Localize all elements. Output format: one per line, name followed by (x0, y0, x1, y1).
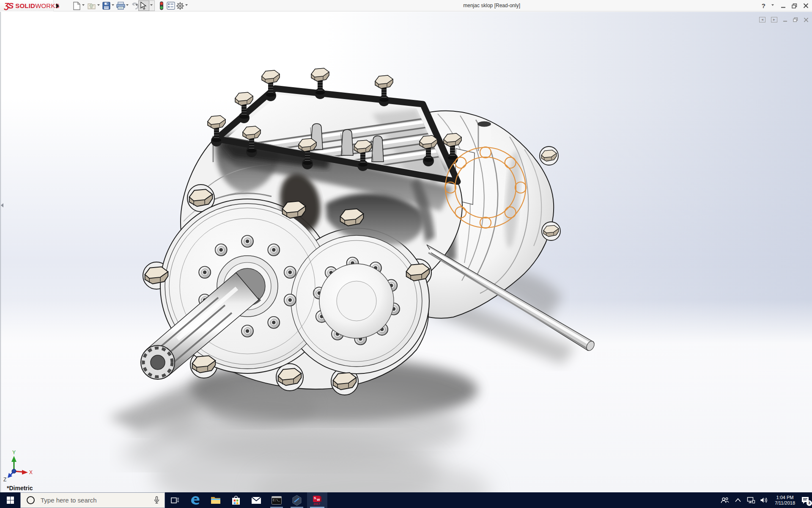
hexbolt2 (283, 201, 306, 218)
traffic-light-icon[interactable] (156, 1, 166, 11)
taskbar-store[interactable] (226, 492, 246, 508)
notification-badge: 3 (807, 500, 812, 506)
toolbar-flyout-arrow[interactable] (54, 1, 61, 11)
print-icon[interactable] (116, 1, 126, 11)
microphone-icon[interactable] (154, 496, 159, 504)
clock-date: 7/11/2018 (775, 500, 795, 506)
hexbolt2 (406, 264, 430, 281)
gearbox-3d-model[interactable]: Y X Z (0, 12, 812, 492)
system-tray: 1:04 PM 7/11/2018 3 (720, 492, 812, 508)
svg-text:S: S (314, 496, 316, 500)
right-dome[interactable] (319, 264, 394, 338)
open-dropdown[interactable] (97, 4, 101, 8)
new-document-dropdown[interactable] (82, 4, 85, 8)
select-tool-dropdown[interactable] (149, 0, 155, 11)
help-dropdown[interactable] (771, 4, 775, 8)
taskbar-command-prompt[interactable]: C:\_ (266, 492, 287, 508)
hexbolt2 (543, 225, 559, 236)
screw (199, 266, 211, 278)
network-icon[interactable] (746, 497, 756, 503)
triad-z-label: Z (3, 477, 6, 483)
taskbar-file-explorer[interactable] (206, 492, 226, 508)
search-input[interactable]: Type here to search (20, 492, 165, 508)
screw (241, 325, 253, 337)
restore-button[interactable] (792, 3, 797, 8)
hexbolt2 (340, 209, 364, 226)
options-list-icon[interactable] (166, 1, 176, 11)
taskbar-mail[interactable] (246, 492, 266, 508)
help-icon[interactable]: ? (762, 2, 765, 9)
cortana-icon (27, 496, 35, 504)
screw (241, 235, 253, 247)
select-tool[interactable] (138, 0, 149, 11)
window-title: menjac sklop [Read-only] (364, 0, 520, 11)
hexbolt2 (189, 189, 213, 206)
screw (268, 317, 280, 329)
start-button[interactable] (0, 492, 20, 508)
search-placeholder: Type here to search (41, 497, 154, 504)
title-bar: ƷS SOLIDWORKS menjac sklop [Read-only] ? (0, 0, 812, 11)
hexbolt2 (278, 368, 302, 385)
minimize-button[interactable] (781, 3, 786, 8)
triad-y-label: Y (12, 450, 16, 456)
people-icon[interactable] (720, 497, 730, 504)
screw (215, 244, 227, 256)
action-center[interactable]: 3 (801, 497, 809, 504)
new-document-icon[interactable] (72, 1, 82, 11)
svg-text:W: W (317, 498, 320, 502)
graphics-viewport[interactable]: ◄ ► (0, 12, 812, 492)
taskbar-hex-app[interactable] (287, 492, 307, 508)
settings-gear-icon[interactable] (175, 1, 185, 11)
clock[interactable]: 1:04 PM 7/11/2018 (773, 495, 797, 506)
screw (284, 294, 296, 306)
settings-dropdown[interactable] (185, 4, 189, 8)
hexbolt2 (192, 356, 216, 373)
view-orientation-label: *Dimetric (7, 485, 33, 491)
screw (268, 244, 280, 256)
clock-time: 1:04 PM (775, 495, 795, 500)
save-dropdown[interactable] (112, 4, 115, 8)
screw (284, 266, 296, 278)
hexbolt2 (333, 373, 357, 389)
open-icon[interactable] (87, 1, 97, 11)
brand-text: SOLIDWORKS (15, 2, 60, 9)
triad-x-label: X (29, 469, 33, 475)
taskbar-edge[interactable] (185, 492, 206, 508)
solidworks-logo: ƷS SOLIDWORKS (0, 0, 54, 11)
svg-text:C:\_: C:\_ (273, 499, 280, 502)
hexbolt2 (541, 150, 557, 161)
speaker-icon[interactable] (760, 497, 769, 503)
taskbar-solidworks[interactable]: SW2017 (307, 492, 327, 508)
taskbar-task-view[interactable] (165, 492, 185, 508)
solidworks-ds-icon: ƷS (4, 1, 13, 11)
svg-text:2017: 2017 (313, 502, 320, 505)
tray-chevron-icon[interactable] (733, 498, 743, 502)
save-icon[interactable] (102, 1, 111, 11)
close-button[interactable] (803, 3, 809, 8)
windows-taskbar: Type here to search C:\_ SW2017 1:04 PM … (0, 492, 812, 508)
print-dropdown[interactable] (126, 4, 129, 8)
hexbolt2 (145, 267, 168, 284)
orientation-triad: Y X Z (3, 450, 33, 483)
